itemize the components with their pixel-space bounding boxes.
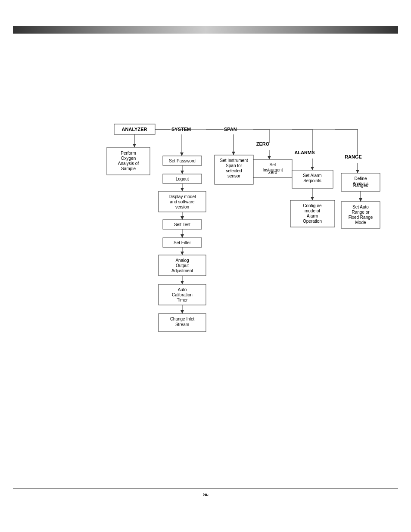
svg-marker-63 bbox=[268, 156, 271, 159]
svg-text:Setpoints: Setpoints bbox=[303, 178, 321, 183]
svg-rect-13 bbox=[163, 156, 202, 165]
svg-rect-78 bbox=[290, 200, 335, 227]
svg-text:Analysis: Analysis bbox=[352, 181, 368, 186]
svg-marker-12 bbox=[180, 152, 184, 156]
header-bar bbox=[13, 26, 398, 34]
svg-rect-94 bbox=[341, 202, 380, 228]
svg-marker-93 bbox=[359, 198, 362, 202]
svg-text:Perform: Perform bbox=[121, 151, 136, 156]
svg-text:Timer: Timer bbox=[177, 298, 188, 302]
diagram-svg: ANALYZER Perform Oxygen Analysis of Samp… bbox=[22, 52, 392, 439]
svg-text:SYSTEM: SYSTEM bbox=[171, 127, 191, 132]
svg-text:Set Alarm: Set Alarm bbox=[303, 173, 321, 178]
svg-text:selected: selected bbox=[226, 168, 242, 173]
svg-rect-27 bbox=[163, 220, 202, 229]
svg-rect-73 bbox=[292, 170, 333, 188]
svg-text:Mode: Mode bbox=[355, 220, 366, 225]
svg-text:Auto: Auto bbox=[178, 287, 187, 292]
svg-rect-0 bbox=[114, 124, 155, 134]
svg-marker-77 bbox=[311, 197, 314, 200]
svg-text:Adjustment: Adjustment bbox=[171, 268, 193, 273]
svg-text:Alarm: Alarm bbox=[307, 214, 318, 218]
svg-text:Sample: Sample bbox=[121, 166, 136, 171]
svg-marker-16 bbox=[181, 171, 184, 174]
svg-text:Set Filter: Set Filter bbox=[174, 240, 191, 245]
svg-rect-31 bbox=[163, 238, 202, 247]
svg-text:Stream: Stream bbox=[175, 322, 189, 327]
svg-text:Set Auto: Set Auto bbox=[352, 205, 369, 209]
svg-text:sensor: sensor bbox=[227, 174, 241, 178]
svg-marker-53 bbox=[232, 152, 235, 155]
svg-text:Set: Set bbox=[269, 162, 276, 167]
svg-text:Output: Output bbox=[176, 263, 189, 268]
svg-text:Set Instrument: Set Instrument bbox=[220, 158, 248, 163]
svg-text:Self Test: Self Test bbox=[174, 222, 190, 227]
svg-text:and software: and software bbox=[170, 199, 195, 204]
svg-text:Fixed Range: Fixed Range bbox=[349, 215, 373, 220]
svg-text:Calibration: Calibration bbox=[172, 292, 193, 297]
svg-rect-4 bbox=[107, 147, 150, 175]
svg-marker-40 bbox=[181, 281, 184, 284]
svg-text:Display model: Display model bbox=[169, 194, 196, 199]
svg-text:SPAN: SPAN bbox=[224, 127, 237, 132]
svg-text:Define: Define bbox=[355, 176, 367, 181]
svg-text:Operation: Operation bbox=[303, 219, 322, 224]
svg-text:version: version bbox=[175, 205, 189, 209]
svg-rect-35 bbox=[159, 255, 206, 276]
footer-line bbox=[13, 488, 398, 489]
svg-text:Instrument: Instrument bbox=[262, 168, 283, 172]
svg-marker-87 bbox=[356, 170, 359, 173]
svg-text:Oxygen: Oxygen bbox=[121, 156, 136, 161]
svg-rect-54 bbox=[215, 155, 253, 184]
svg-text:Ranges: Ranges bbox=[353, 183, 368, 188]
svg-text:Logout: Logout bbox=[176, 177, 189, 181]
svg-text:Analysis of: Analysis of bbox=[118, 161, 139, 166]
svg-text:mode of: mode of bbox=[305, 208, 320, 213]
svg-marker-72 bbox=[311, 167, 314, 170]
svg-rect-88 bbox=[341, 173, 380, 191]
svg-rect-64 bbox=[253, 159, 292, 177]
svg-text:ANALYZER: ANALYZER bbox=[122, 127, 147, 132]
svg-text:Change Inlet: Change Inlet bbox=[170, 317, 195, 321]
svg-text:Configure: Configure bbox=[303, 203, 322, 208]
svg-marker-30 bbox=[181, 234, 184, 238]
svg-marker-20 bbox=[181, 188, 184, 191]
svg-text:Analog: Analog bbox=[175, 258, 189, 263]
svg-text:Span for: Span for bbox=[226, 163, 242, 168]
svg-text:Zero: Zero bbox=[268, 170, 277, 175]
svg-text:Range or: Range or bbox=[352, 210, 370, 215]
diagram-container: ANALYZER Perform Oxygen Analysis of Samp… bbox=[22, 52, 392, 439]
svg-rect-17 bbox=[163, 174, 202, 184]
svg-marker-3 bbox=[133, 144, 136, 147]
svg-marker-34 bbox=[181, 252, 184, 255]
svg-text:RANGE: RANGE bbox=[345, 154, 362, 159]
svg-rect-47 bbox=[159, 314, 206, 332]
svg-rect-21 bbox=[159, 191, 206, 212]
svg-rect-41 bbox=[159, 284, 206, 305]
footer-symbol: ❧ bbox=[202, 490, 209, 500]
svg-marker-46 bbox=[181, 310, 184, 314]
svg-marker-26 bbox=[181, 216, 184, 220]
svg-text:ZERO: ZERO bbox=[256, 141, 270, 146]
svg-text:Set Password: Set Password bbox=[169, 159, 196, 163]
svg-text:ALARMS: ALARMS bbox=[294, 150, 314, 155]
